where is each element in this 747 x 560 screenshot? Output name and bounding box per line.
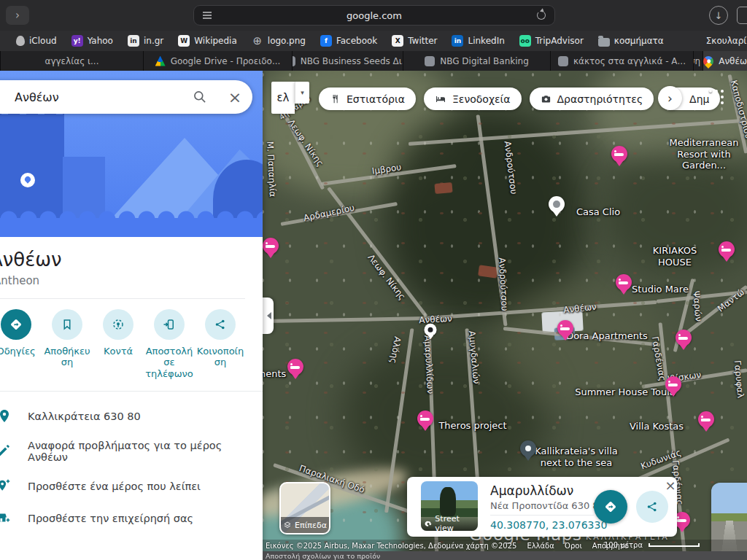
hotels-chip[interactable]: Ξενοδοχεία bbox=[424, 88, 522, 110]
share-button[interactable] bbox=[737, 7, 747, 24]
browser-tab[interactable]: Google Drive - Προειδο... bbox=[143, 51, 292, 71]
share-place-button[interactable]: Κοινοποίηση bbox=[195, 309, 246, 379]
feedback-link: Αποστολή σχολίων για το προϊόν bbox=[266, 552, 380, 560]
map-pin[interactable] bbox=[549, 196, 565, 212]
bookmark-favicon: f bbox=[320, 35, 332, 47]
card-close-button[interactable]: × bbox=[664, 478, 677, 491]
terms-link[interactable]: Όροι bbox=[565, 542, 582, 550]
layers-button[interactable]: Επίπεδα bbox=[279, 482, 330, 534]
chevron-down-icon: ▾ bbox=[301, 89, 304, 96]
download-button[interactable]: ↓ bbox=[709, 6, 728, 25]
language-dropdown[interactable]: ▾ bbox=[295, 82, 309, 104]
bookmark-item[interactable]: ⊕ logo.png bbox=[244, 35, 313, 47]
report-problem-row[interactable]: Αναφορά προβλήματος για το μέρος Ανθέων bbox=[0, 432, 263, 470]
reload-icon[interactable] bbox=[537, 11, 546, 20]
tab-favicon bbox=[292, 56, 295, 66]
bookmark-favicon bbox=[598, 38, 610, 47]
restaurant-icon bbox=[330, 93, 341, 104]
send-to-phone-button[interactable]: Αποστολή σε τηλέφωνο bbox=[144, 309, 195, 379]
bookmark-favicon: in bbox=[128, 35, 139, 47]
map-pin[interactable] bbox=[263, 238, 279, 254]
browser-tab[interactable]: NBG Business Seeds Δι... bbox=[292, 51, 403, 71]
map-pin[interactable] bbox=[616, 274, 632, 290]
browser-tab[interactable]: μεταφραση - Αναζήτησ... bbox=[693, 51, 703, 71]
bookmark-label: iCloud bbox=[29, 36, 57, 46]
place-label[interactable]: Casa Clio bbox=[576, 206, 620, 218]
place-title: Ανθέων bbox=[0, 249, 245, 271]
browser-tab[interactable]: κάκτος στα αγγλικά - Α... bbox=[550, 51, 693, 71]
illustration-pin bbox=[20, 173, 35, 187]
bookmark-item[interactable]: f Facebook bbox=[313, 35, 384, 47]
bookmark-item[interactable]: Σκουλαρίκια |...astmilkjewels bbox=[699, 36, 747, 46]
lodging-icon bbox=[616, 274, 632, 290]
search-button[interactable] bbox=[182, 80, 217, 114]
feedback-bar[interactable]: Αποστολή σχολίων για το προϊόν bbox=[263, 551, 747, 560]
clear-search-button[interactable]: × bbox=[217, 80, 252, 114]
browser-tab[interactable]: NBG Digital Banking bbox=[403, 51, 550, 71]
country-label: Ελλάδα bbox=[527, 542, 554, 550]
bookmark-favicon: ⊕ bbox=[252, 35, 263, 47]
place-label[interactable]: KIRIAKOS HOUSE bbox=[639, 245, 711, 268]
map-pin[interactable] bbox=[698, 411, 714, 427]
map-pin[interactable] bbox=[417, 411, 433, 427]
map-pin[interactable] bbox=[676, 330, 692, 346]
address-bar[interactable]: google.com bbox=[193, 5, 555, 26]
lodging-icon bbox=[698, 411, 714, 427]
card-coordinates[interactable]: 40.308770, 23.076330 bbox=[490, 519, 607, 531]
google-apps-button[interactable] bbox=[708, 88, 725, 106]
place-label[interactable]: Dora Apartments bbox=[566, 330, 648, 342]
bookmark-item[interactable]: in in.gr bbox=[120, 35, 171, 47]
place-card: Street view Αμαρυλλίδων Νέα Προποντίδα 6… bbox=[407, 477, 677, 537]
sidebar-toggle-button[interactable]: › bbox=[6, 6, 29, 25]
panel-collapse-handle[interactable] bbox=[263, 298, 274, 334]
bookmark-item[interactable]: κοσμήματα bbox=[591, 36, 671, 47]
map-pin[interactable] bbox=[611, 146, 627, 162]
bookmark-item[interactable]: X Twitter bbox=[384, 35, 444, 47]
reader-icon bbox=[203, 12, 212, 19]
place-label[interactable]: Studio Mare bbox=[632, 284, 689, 295]
tab-label: NBG Digital Banking bbox=[440, 56, 529, 66]
map-pin[interactable] bbox=[557, 320, 573, 336]
bookmark-item[interactable]: oo TripAdvisor bbox=[512, 35, 591, 47]
search-input[interactable] bbox=[0, 90, 182, 105]
map-pin[interactable] bbox=[425, 324, 437, 336]
place-info-list: Καλλικράτεια 630 80 Αναφορά προβλήματος … bbox=[0, 400, 263, 534]
address-text: Καλλικράτεια 630 80 bbox=[28, 411, 141, 422]
directions-button[interactable]: Οδηγίες bbox=[0, 309, 42, 379]
add-business-row[interactable]: Προσθέστε την επιχείρησή σας bbox=[0, 502, 263, 534]
card-share-button[interactable] bbox=[636, 491, 668, 523]
place-label[interactable]: Theros project bbox=[438, 420, 506, 432]
map-pin[interactable] bbox=[719, 241, 735, 257]
map-pin[interactable] bbox=[520, 440, 536, 456]
bookmark-item[interactable]: in LinkedIn bbox=[444, 35, 511, 47]
place-label[interactable]: ments bbox=[263, 368, 286, 380]
bookmark-item[interactable]: y! Yahoo bbox=[64, 35, 120, 47]
scale-label: 100 μέτρα bbox=[604, 541, 643, 549]
language-button[interactable]: ελ bbox=[271, 82, 295, 114]
bookmark-label: LinkedIn bbox=[468, 36, 504, 46]
bookmark-item[interactable]: iCloud bbox=[9, 36, 64, 46]
street-view-thumbnail[interactable]: Street view bbox=[421, 481, 478, 531]
nearby-button[interactable]: Κοντά bbox=[93, 309, 144, 379]
bookmark-item[interactable]: W Wikipedia bbox=[171, 35, 244, 47]
browser-tab[interactable]: αγγελίας ι... bbox=[0, 51, 143, 71]
place-label[interactable]: Mediterranean Resort with Garden... bbox=[669, 137, 738, 171]
map-canvas[interactable]: 4η ΠαροδΜ. ΠαπαηλίαΛεωφ. ΝίκηςΙμβρουΑρδα… bbox=[263, 71, 747, 560]
place-label[interactable]: Summer House Toula bbox=[575, 386, 676, 398]
card-subtitle: Νέα Προποντίδα 630 80 bbox=[490, 500, 605, 511]
more-chips-button[interactable]: › bbox=[658, 86, 682, 110]
map-pin[interactable] bbox=[665, 376, 681, 392]
add-place-row[interactable]: Προσθέστε ένα μέρος που λείπει bbox=[0, 470, 263, 502]
place-label[interactable]: Kallikrateia's villa next to the sea bbox=[535, 446, 618, 468]
map-pin[interactable] bbox=[287, 359, 303, 375]
place-illustration: × bbox=[0, 71, 263, 237]
activities-chip[interactable]: Δραστηριότητες bbox=[530, 88, 654, 110]
place-label[interactable]: Villa Kostas bbox=[630, 421, 684, 432]
bookmark-label: Twitter bbox=[408, 36, 437, 46]
address-row[interactable]: Καλλικράτεια 630 80 bbox=[0, 400, 263, 432]
close-icon: × bbox=[665, 478, 676, 493]
save-button[interactable]: Αποθήκευση bbox=[42, 309, 93, 379]
card-directions-button[interactable] bbox=[594, 490, 627, 524]
restaurants-chip[interactable]: Εστιατόρια bbox=[319, 88, 416, 110]
browser-tab[interactable]: Ανθέω bbox=[703, 51, 747, 71]
